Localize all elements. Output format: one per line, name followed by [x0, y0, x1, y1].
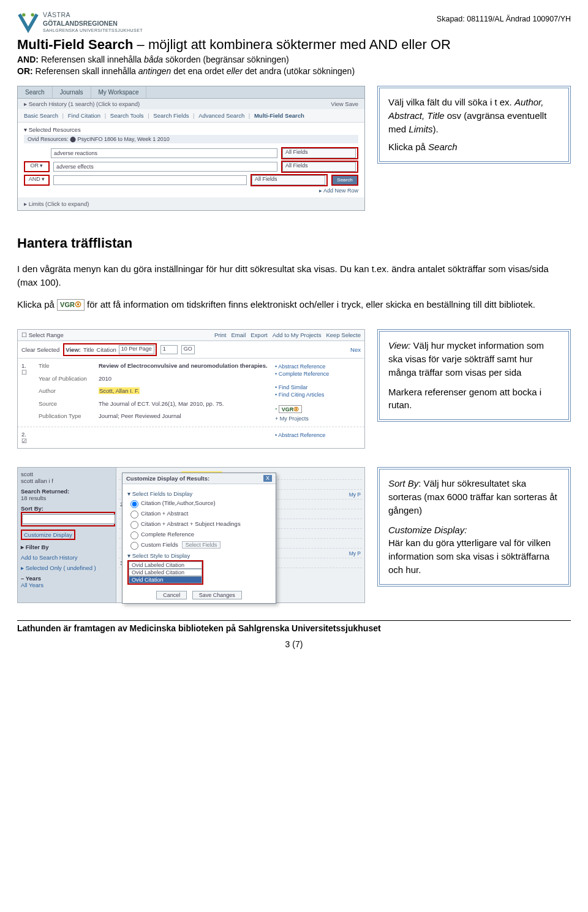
body-paragraph-2: Klicka på VGR⦿ för att få information om… — [17, 298, 571, 311]
callout-sort: Sort By: Välj hur sökresultatet ska sort… — [377, 467, 571, 586]
view-saved[interactable]: View Save — [331, 101, 358, 107]
intro-text: AND: Referensen skall innehålla båda sök… — [17, 54, 571, 77]
term-input-3[interactable] — [53, 175, 247, 185]
footer-text: Lathunden är framtagen av Medicinska bib… — [17, 623, 571, 633]
close-icon[interactable]: X — [263, 475, 272, 482]
print-btn[interactable]: Print — [214, 332, 227, 338]
add-row[interactable]: ▸ Add New Row — [24, 188, 358, 194]
email-btn[interactable]: Email — [232, 332, 246, 338]
logo-line1: VÄSTRA — [43, 11, 143, 20]
term-input-1[interactable]: adverse reactions — [51, 148, 277, 158]
doc-meta: Skapad: 081119/AL Ändrad 100907/YH — [437, 15, 571, 23]
export-btn[interactable]: Export — [251, 332, 267, 338]
operator-and[interactable]: AND ▾ — [24, 175, 50, 186]
per-page-select[interactable]: 10 Per Page — [119, 345, 154, 354]
limits-expand[interactable]: ▸ Limits (Click to expand) — [18, 197, 364, 210]
operator-or[interactable]: OR ▾ — [24, 161, 50, 172]
ovid-multifield-screenshot: Search Journals My Workspace ▸ Search Hi… — [17, 86, 365, 211]
logo-line3: SAHLGRENSKA UNIVERSITETSSJUKHUSET — [43, 28, 143, 33]
term-input-2[interactable]: adverse effects — [53, 162, 277, 172]
tab-search[interactable]: Search — [18, 86, 53, 98]
vgr-logo: VÄSTRA GÖTALANDSREGIONEN SAHLGRENSKA UNI… — [17, 11, 143, 33]
page-input[interactable]: 1 — [160, 345, 178, 354]
keep-selected-btn[interactable]: Keep Selecte — [326, 332, 361, 338]
body-paragraph-1: I den vågräta menyn kan du göra inställn… — [17, 262, 571, 289]
tab-journals[interactable]: Journals — [53, 86, 91, 98]
customize-dialog: Customize Display of Results: X ▾ Select… — [122, 473, 276, 604]
sortby-select[interactable] — [22, 514, 115, 524]
callout-view: View: Välj hur mycket information som sk… — [377, 329, 571, 422]
field-select-2[interactable]: All Fields — [282, 162, 356, 172]
logo-line2: GÖTALANDSREGIONEN — [43, 20, 143, 28]
field-select-3[interactable]: All Fields — [252, 175, 325, 185]
save-changes-button[interactable]: Save Changes — [192, 591, 242, 599]
vgr-badge[interactable]: VGR⦿ — [57, 299, 85, 311]
customize-display-screenshot: scottscott allan i f Search Returned:18 … — [17, 467, 365, 603]
page-number: 3 (7) — [17, 639, 571, 649]
svg-point-0 — [22, 13, 25, 17]
selected-resources[interactable]: ▾ Selected Resources — [24, 126, 358, 133]
search-mode-tabs: Basic Search | Find Citation | Search To… — [18, 109, 364, 123]
next-link[interactable]: Nex — [350, 346, 361, 353]
resource-line: Ovid Resources: ⬤ PsycINFO 1806 to May, … — [24, 135, 358, 143]
search-button[interactable]: Search — [331, 175, 358, 186]
callout-fields: Välj vilka fält du vill söka i t ex. Aut… — [377, 86, 571, 164]
page-title: Multi-Field Search – möjligt att kombine… — [17, 37, 571, 53]
customize-display-link[interactable]: Customize Display — [21, 530, 75, 540]
cancel-button[interactable]: Cancel — [156, 591, 187, 599]
go-button[interactable]: GO — [181, 345, 195, 354]
field-select-1[interactable]: All Fields — [282, 148, 356, 158]
clear-selected[interactable]: Clear Selected — [21, 346, 59, 353]
results-list-screenshot: ☐ Select Range Print Email Export Add to… — [17, 329, 365, 449]
add-projects-btn[interactable]: Add to My Projects — [273, 332, 322, 338]
search-history-label[interactable]: ▸ Search History (1 search) (Click to ex… — [24, 101, 140, 107]
tab-workspace[interactable]: My Workspace — [91, 86, 147, 98]
section-heading: Hantera träfflistan — [17, 235, 571, 251]
svg-point-1 — [31, 13, 34, 17]
